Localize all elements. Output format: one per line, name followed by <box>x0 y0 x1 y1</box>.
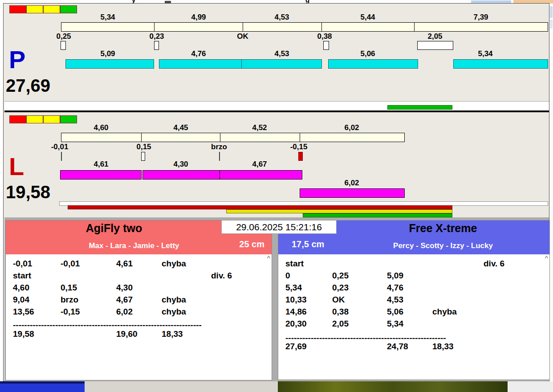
result-cell: chyba <box>432 307 457 317</box>
yellow-sequence-bar <box>226 209 452 213</box>
split-time-label: 4,60 <box>79 124 123 132</box>
result-row: 13,56 -0,15 6,02 chyba <box>6 307 272 319</box>
result-cell: -0,15 <box>61 307 80 317</box>
yellow-light-icon <box>26 115 43 123</box>
result-row: 0 0,25 5,09 <box>278 271 549 283</box>
result-cell: OK <box>332 295 345 305</box>
lane-divider <box>4 110 549 112</box>
right-edge-background-window <box>549 4 553 381</box>
gap-time-label: brzo <box>201 143 237 151</box>
result-cell: 5,09 <box>387 271 403 281</box>
result-row: start div. 6 <box>278 259 549 271</box>
totals-row: 27,69 24,78 18,33 <box>278 342 549 354</box>
green-light-icon <box>60 5 77 13</box>
result-cell: brzo <box>61 295 78 305</box>
team-name-right: Free X-treme <box>336 222 550 235</box>
video-feed-grass <box>278 381 508 392</box>
green-progress-bar-p <box>387 105 452 110</box>
gap-time-label: 2,05 <box>417 33 453 41</box>
run-time-label: 4,53 <box>260 50 304 58</box>
result-row: 9,04 brzo 4,67 chyba <box>6 295 272 307</box>
gap-time-label: 0,38 <box>307 33 342 41</box>
result-row: 20,30 2,05 5,34 <box>278 319 549 331</box>
result-cell: 4,53 <box>387 295 403 305</box>
total-best-time: 18,33 <box>162 329 183 339</box>
results-list-left: ^ -0,01 -0,01 4,61 chyba start div. 6 4,… <box>6 254 272 380</box>
yellow-light-icon <box>26 5 43 13</box>
lane-p-total: 27,69 <box>6 77 50 94</box>
result-cell: -0,01 <box>13 259 32 269</box>
team-name-left: AgiFly two <box>6 222 222 235</box>
green-sequence-bar <box>303 213 452 217</box>
result-cell: 4,60 <box>13 283 29 293</box>
gap-marker <box>61 41 66 50</box>
result-row: 10,33 OK 4,53 <box>278 295 549 307</box>
result-cell: 5,06 <box>387 307 403 317</box>
run-time-label: 4,67 <box>237 160 282 168</box>
result-cell: start <box>13 271 31 281</box>
total-time: 27,69 <box>285 342 307 351</box>
gap-marker <box>323 41 329 50</box>
gap-time-label: -0,15 <box>281 143 317 151</box>
run-bar-segment <box>220 170 302 180</box>
split-time-label: 5,44 <box>346 13 390 21</box>
gap-tick-marker <box>61 152 62 161</box>
division-label: div. 6 <box>211 271 232 281</box>
run-bar-segment <box>60 170 142 180</box>
yellow-light-icon <box>43 115 60 123</box>
result-cell: chyba <box>162 295 186 305</box>
desktop-fragment <box>85 381 278 392</box>
result-cell: 10,33 <box>285 295 307 305</box>
result-cell: 0,23 <box>332 283 349 293</box>
result-cell: 4,76 <box>387 283 403 293</box>
result-cell: 20,30 <box>285 319 307 329</box>
split-bar-segment <box>414 22 548 32</box>
split-bar-segment <box>321 22 415 32</box>
start-lights-p <box>9 5 77 13</box>
run-bar-segment <box>453 59 548 69</box>
run-time-label: 4,76 <box>176 50 221 58</box>
lane-l-total: 19,58 <box>6 183 50 201</box>
team-panel-right: Free X-treme Percy - Scotty - Izzy - Luc… <box>278 220 550 380</box>
result-cell: 0,25 <box>332 271 349 281</box>
total-net-time: 19,60 <box>116 329 138 339</box>
gap-tick-marker <box>219 152 220 161</box>
fault-gap-marker <box>298 152 303 161</box>
totals-row: 19,58 19,60 18,33 <box>6 329 272 341</box>
result-row: start div. 6 <box>6 271 272 283</box>
division-label: div. 6 <box>484 259 504 269</box>
gap-time-label: 0,25 <box>46 33 81 41</box>
gap-marker <box>154 41 159 50</box>
split-time-label: 4,45 <box>159 124 203 132</box>
jump-height-right: 17,5 cm <box>292 239 324 249</box>
clipped-ui-fragment <box>550 20 553 29</box>
gap-time-label: -0,01 <box>42 143 77 151</box>
lane-l-label: L <box>9 154 24 179</box>
result-cell: 5,34 <box>285 283 302 293</box>
red-light-icon <box>9 115 26 123</box>
red-sequence-bar <box>68 205 452 209</box>
gap-time-label: 0,15 <box>126 143 162 151</box>
yellow-light-icon <box>43 5 60 13</box>
red-light-icon <box>9 5 26 13</box>
split-time-label: 7,39 <box>459 13 503 21</box>
result-row: 4,60 0,15 4,30 <box>6 283 272 295</box>
results-separator: ----------------------------------------… <box>285 334 448 342</box>
split-time-label: 4,52 <box>237 124 282 132</box>
clipped-ui-fragment <box>550 6 553 18</box>
taskbar-fragment-blue <box>0 381 85 392</box>
run-time-label: 5,09 <box>85 50 130 58</box>
result-cell: chyba <box>162 307 186 317</box>
split-bar-segment <box>300 133 405 142</box>
result-cell: 14,86 <box>285 307 307 317</box>
run-bar-segment <box>159 59 242 69</box>
split-bar-segment <box>141 133 220 142</box>
split-bar-segment <box>61 22 155 32</box>
desktop-fragment-right <box>508 381 553 392</box>
start-lights-l <box>9 115 77 123</box>
result-row: 5,34 0,23 4,76 <box>278 283 549 295</box>
run-bar-segment <box>328 59 418 69</box>
total-time: 19,58 <box>13 329 34 339</box>
split-bar-segment <box>154 22 243 32</box>
result-cell: 6,02 <box>116 307 133 317</box>
